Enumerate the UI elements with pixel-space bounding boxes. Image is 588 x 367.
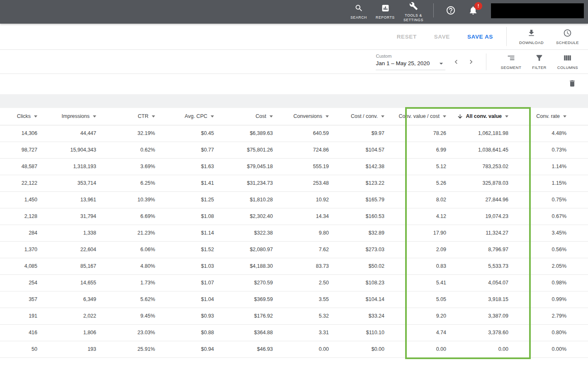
top-app-bar: SEARCH REPORTS TOOLS & SETTINGS !	[0, 0, 588, 24]
header-dropdown-caret-icon	[505, 115, 508, 117]
cell: 85,167	[59, 258, 118, 274]
segment-button[interactable]: SEGMENT	[501, 54, 521, 70]
cell: 9.80	[294, 225, 350, 241]
cell: 416	[0, 324, 59, 341]
cell: $369.59	[236, 291, 294, 308]
toolbar-divider	[506, 27, 507, 46]
column-header-all-conv-value[interactable]: All conv. value	[468, 108, 530, 125]
cell: 0.00	[406, 341, 468, 357]
cell: $1.14	[177, 225, 236, 241]
cell: $75,801.26	[236, 142, 294, 158]
reports-nav-button[interactable]: REPORTS	[372, 4, 398, 20]
column-header-cost[interactable]: Cost	[236, 108, 294, 125]
redacted-account-info	[491, 3, 584, 18]
cell: $2,302.40	[236, 208, 294, 225]
help-button[interactable]	[446, 5, 456, 15]
cell: 2,022	[59, 308, 118, 324]
cell: $0.94	[177, 341, 236, 357]
cell: 31,794	[59, 208, 118, 225]
reset-button[interactable]: RESET	[397, 34, 417, 40]
table-row: 22,122353,7146.25%$1.41$31,234.73253.48$…	[0, 175, 588, 191]
column-header-conv-rate[interactable]: Conv. rate	[530, 108, 588, 125]
cell: $364.88	[236, 324, 294, 341]
segment-label: SEGMENT	[501, 65, 521, 70]
cell: $0.45	[177, 125, 236, 142]
chevron-right-icon	[467, 58, 475, 66]
cell: 6.69%	[118, 208, 177, 225]
cell: 4.12	[406, 208, 468, 225]
columns-button[interactable]: COLUMNS	[557, 54, 578, 70]
download-button[interactable]: DOWNLOAD	[519, 29, 544, 45]
cell: 1,062,181.98	[468, 125, 530, 142]
cell: $1.07	[177, 274, 236, 291]
cell: 8.02	[406, 191, 468, 208]
cell: 191	[0, 308, 59, 324]
column-header-label: Cost / conv.	[351, 113, 378, 119]
cell: 17.90	[406, 225, 468, 241]
date-range-picker[interactable]: Custom Jan 1 – May 25, 2020	[376, 54, 445, 70]
notifications-button[interactable]: !	[468, 5, 478, 15]
cell: 3,378.60	[468, 324, 530, 341]
trash-icon	[568, 82, 576, 89]
cell: $32.89	[350, 225, 406, 241]
cell: $0.93	[177, 308, 236, 324]
table-row: 1,45013,96110.39%$1.25$1,810.2810.92$165…	[0, 191, 588, 208]
cell: 1,338	[59, 225, 118, 241]
date-range-preset: Custom	[376, 54, 445, 59]
previous-period-button[interactable]	[452, 58, 460, 66]
save-button[interactable]: SAVE	[434, 34, 450, 40]
cell: $1.04	[177, 291, 236, 308]
schedule-button[interactable]: SCHEDULE	[556, 29, 579, 45]
table-row: 98,72715,904,3430.62%$0.77$75,801.26724.…	[0, 142, 588, 158]
cell: 22,122	[0, 175, 59, 191]
column-header-label: Conv. value / cost	[399, 113, 440, 119]
delete-button[interactable]	[568, 79, 576, 89]
cell: 14,306	[0, 125, 59, 142]
cell: 3.45%	[530, 225, 588, 241]
cell: 0.00%	[530, 341, 588, 357]
cell: $79,045.18	[236, 158, 294, 175]
tools-settings-nav-button[interactable]: TOOLS & SETTINGS	[399, 2, 428, 22]
table-row: 48,5871,318,1933.69%$1.63$79,045.18555.1…	[0, 158, 588, 175]
cell: $46.93	[236, 341, 294, 357]
header-dropdown-caret-icon	[211, 115, 214, 117]
notification-badge: !	[474, 2, 482, 10]
header-dropdown-caret-icon	[270, 115, 273, 117]
header-dropdown-caret-icon	[443, 115, 446, 117]
column-header-conversions[interactable]: Conversions	[294, 108, 350, 125]
cell: 13,961	[59, 191, 118, 208]
cell: 2.79%	[530, 308, 588, 324]
table-row: 2841,33821.23%$1.14$322.389.80$32.8917.9…	[0, 225, 588, 241]
cell: $123.22	[350, 175, 406, 191]
bell-icon	[468, 10, 478, 17]
cell: $1.08	[177, 208, 236, 225]
cell: $0.00	[350, 341, 406, 357]
cell: 357	[0, 291, 59, 308]
column-header-clicks[interactable]: Clicks	[0, 108, 59, 125]
cell: 0.00	[468, 341, 530, 357]
cell: $6,389.63	[236, 125, 294, 142]
cell: 15,904,343	[59, 142, 118, 158]
cell: $160.53	[350, 208, 406, 225]
column-header-impressions[interactable]: Impressions	[59, 108, 118, 125]
cell: 5.05	[406, 291, 468, 308]
column-header-label: CTR	[138, 113, 148, 119]
cell: 23.03%	[118, 324, 177, 341]
column-header-ctr[interactable]: CTR	[118, 108, 177, 125]
search-nav-button[interactable]: SEARCH	[346, 4, 372, 20]
cell: $142.38	[350, 158, 406, 175]
save-as-button[interactable]: SAVE AS	[467, 34, 493, 40]
cell: $31,234.73	[236, 175, 294, 191]
cell: 44,447	[59, 125, 118, 142]
header-dropdown-caret-icon	[381, 115, 384, 117]
cell: 7.62	[294, 241, 350, 258]
column-header-cost-conv[interactable]: Cost / conv.	[350, 108, 406, 125]
table-row: 1912,0229.45%$0.93$176.925.32$33.249.203…	[0, 308, 588, 324]
filter-button[interactable]: FILTER	[532, 54, 546, 70]
cell: 5.26	[406, 175, 468, 191]
cell: $104.57	[350, 142, 406, 158]
next-period-button[interactable]	[467, 58, 475, 66]
cell: 8,796.97	[468, 241, 530, 258]
column-header-avg-cpc[interactable]: Avg. CPC	[177, 108, 236, 125]
cell: 5,533.73	[468, 258, 530, 274]
